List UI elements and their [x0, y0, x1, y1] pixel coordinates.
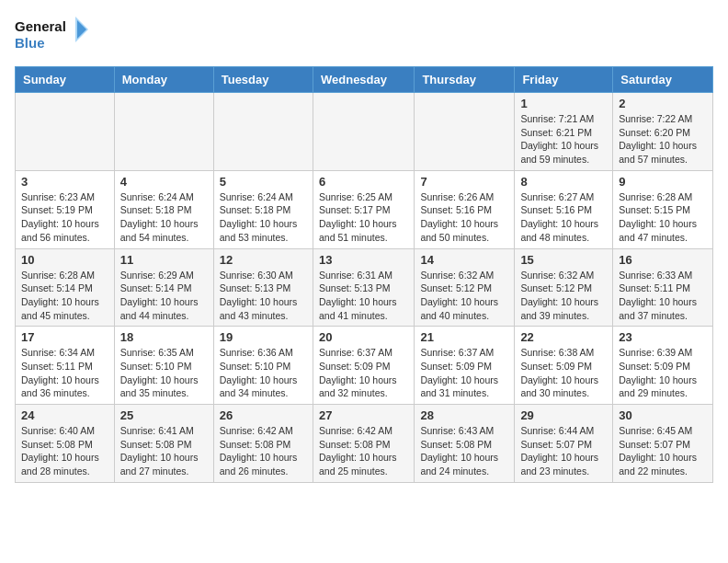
- day-cell: 4Sunrise: 6:24 AM Sunset: 5:18 PM Daylig…: [114, 170, 213, 248]
- day-info: Sunrise: 6:40 AM Sunset: 5:08 PM Dayligh…: [21, 424, 108, 478]
- day-number: 24: [21, 408, 108, 422]
- day-number: 20: [319, 330, 408, 344]
- weekday-header-tuesday: Tuesday: [213, 67, 313, 93]
- weekday-header-saturday: Saturday: [613, 67, 713, 93]
- logo: General Blue: [15, 15, 88, 55]
- day-info: Sunrise: 6:27 AM Sunset: 5:16 PM Dayligh…: [520, 190, 607, 245]
- day-cell: 23Sunrise: 6:39 AM Sunset: 5:09 PM Dayli…: [613, 327, 713, 405]
- day-number: 3: [21, 175, 108, 189]
- day-cell: 17Sunrise: 6:34 AM Sunset: 5:11 PM Dayli…: [16, 327, 115, 405]
- day-cell: 16Sunrise: 6:33 AM Sunset: 5:11 PM Dayli…: [613, 248, 713, 327]
- day-cell: 7Sunrise: 6:26 AM Sunset: 5:16 PM Daylig…: [415, 170, 515, 248]
- day-cell: 25Sunrise: 6:41 AM Sunset: 5:08 PM Dayli…: [114, 405, 213, 483]
- day-cell: 24Sunrise: 6:40 AM Sunset: 5:08 PM Dayli…: [16, 405, 115, 483]
- day-cell: 6Sunrise: 6:25 AM Sunset: 5:17 PM Daylig…: [313, 170, 414, 248]
- svg-text:Blue: Blue: [15, 35, 45, 51]
- weekday-header-friday: Friday: [515, 67, 613, 93]
- day-cell: 2Sunrise: 7:22 AM Sunset: 6:20 PM Daylig…: [613, 93, 713, 171]
- day-info: Sunrise: 6:24 AM Sunset: 5:18 PM Dayligh…: [220, 190, 307, 245]
- day-info: Sunrise: 6:42 AM Sunset: 5:08 PM Dayligh…: [220, 424, 307, 478]
- day-info: Sunrise: 6:44 AM Sunset: 5:07 PM Dayligh…: [520, 424, 607, 478]
- weekday-header-row: SundayMondayTuesdayWednesdayThursdayFrid…: [16, 67, 713, 93]
- day-cell: 30Sunrise: 6:45 AM Sunset: 5:07 PM Dayli…: [613, 405, 713, 483]
- day-info: Sunrise: 6:37 AM Sunset: 5:09 PM Dayligh…: [420, 346, 508, 400]
- day-number: 9: [619, 175, 707, 189]
- day-number: 15: [520, 253, 607, 267]
- day-info: Sunrise: 6:41 AM Sunset: 5:08 PM Dayligh…: [120, 424, 208, 478]
- day-number: 18: [120, 330, 208, 344]
- day-number: 23: [619, 330, 707, 344]
- day-info: Sunrise: 6:35 AM Sunset: 5:10 PM Dayligh…: [120, 346, 208, 400]
- svg-marker-3: [75, 17, 88, 42]
- day-cell: 15Sunrise: 6:32 AM Sunset: 5:12 PM Dayli…: [515, 248, 613, 327]
- day-info: Sunrise: 6:26 AM Sunset: 5:16 PM Dayligh…: [420, 190, 508, 245]
- day-info: Sunrise: 6:28 AM Sunset: 5:14 PM Dayligh…: [21, 269, 108, 323]
- day-cell: [415, 93, 515, 171]
- day-cell: 13Sunrise: 6:31 AM Sunset: 5:13 PM Dayli…: [313, 248, 414, 327]
- day-number: 10: [21, 253, 108, 267]
- svg-text:General: General: [15, 18, 66, 34]
- week-row-3: 10Sunrise: 6:28 AM Sunset: 5:14 PM Dayli…: [16, 248, 713, 327]
- day-cell: 12Sunrise: 6:30 AM Sunset: 5:13 PM Dayli…: [213, 248, 313, 327]
- day-info: Sunrise: 6:36 AM Sunset: 5:10 PM Dayligh…: [220, 346, 307, 400]
- day-number: 21: [420, 330, 508, 344]
- day-cell: 10Sunrise: 6:28 AM Sunset: 5:14 PM Dayli…: [16, 248, 115, 327]
- weekday-header-monday: Monday: [114, 67, 213, 93]
- day-info: Sunrise: 6:34 AM Sunset: 5:11 PM Dayligh…: [21, 346, 108, 400]
- day-info: Sunrise: 6:43 AM Sunset: 5:08 PM Dayligh…: [420, 424, 508, 478]
- day-cell: 18Sunrise: 6:35 AM Sunset: 5:10 PM Dayli…: [114, 327, 213, 405]
- day-cell: 22Sunrise: 6:38 AM Sunset: 5:09 PM Dayli…: [515, 327, 613, 405]
- day-cell: 5Sunrise: 6:24 AM Sunset: 5:18 PM Daylig…: [213, 170, 313, 248]
- day-number: 5: [220, 175, 307, 189]
- week-row-4: 17Sunrise: 6:34 AM Sunset: 5:11 PM Dayli…: [16, 327, 713, 405]
- day-cell: 21Sunrise: 6:37 AM Sunset: 5:09 PM Dayli…: [415, 327, 515, 405]
- day-cell: 9Sunrise: 6:28 AM Sunset: 5:15 PM Daylig…: [613, 170, 713, 248]
- day-info: Sunrise: 6:28 AM Sunset: 5:15 PM Dayligh…: [619, 190, 707, 245]
- day-cell: 14Sunrise: 6:32 AM Sunset: 5:12 PM Dayli…: [415, 248, 515, 327]
- logo-svg: General Blue: [15, 15, 88, 55]
- day-number: 28: [420, 408, 508, 422]
- day-number: 12: [220, 253, 307, 267]
- day-number: 4: [120, 175, 208, 189]
- week-row-5: 24Sunrise: 6:40 AM Sunset: 5:08 PM Dayli…: [16, 405, 713, 483]
- day-cell: [213, 93, 313, 171]
- day-cell: 27Sunrise: 6:42 AM Sunset: 5:08 PM Dayli…: [313, 405, 414, 483]
- day-number: 29: [520, 408, 607, 422]
- day-number: 14: [420, 253, 508, 267]
- day-number: 7: [420, 175, 508, 189]
- day-cell: 28Sunrise: 6:43 AM Sunset: 5:08 PM Dayli…: [415, 405, 515, 483]
- day-number: 13: [319, 253, 408, 267]
- day-number: 30: [619, 408, 707, 422]
- day-info: Sunrise: 6:30 AM Sunset: 5:13 PM Dayligh…: [220, 269, 307, 323]
- day-cell: [313, 93, 414, 171]
- day-info: Sunrise: 6:37 AM Sunset: 5:09 PM Dayligh…: [319, 346, 408, 400]
- weekday-header-wednesday: Wednesday: [313, 67, 414, 93]
- day-cell: 8Sunrise: 6:27 AM Sunset: 5:16 PM Daylig…: [515, 170, 613, 248]
- day-number: 17: [21, 330, 108, 344]
- day-info: Sunrise: 6:31 AM Sunset: 5:13 PM Dayligh…: [319, 269, 408, 323]
- day-number: 11: [120, 253, 208, 267]
- day-info: Sunrise: 6:33 AM Sunset: 5:11 PM Dayligh…: [619, 269, 707, 323]
- day-info: Sunrise: 6:38 AM Sunset: 5:09 PM Dayligh…: [520, 346, 607, 400]
- day-info: Sunrise: 6:25 AM Sunset: 5:17 PM Dayligh…: [319, 190, 408, 245]
- day-cell: [114, 93, 213, 171]
- day-info: Sunrise: 6:32 AM Sunset: 5:12 PM Dayligh…: [520, 269, 607, 323]
- day-number: 16: [619, 253, 707, 267]
- day-cell: 29Sunrise: 6:44 AM Sunset: 5:07 PM Dayli…: [515, 405, 613, 483]
- day-number: 19: [220, 330, 307, 344]
- day-number: 6: [319, 175, 408, 189]
- day-info: Sunrise: 6:42 AM Sunset: 5:08 PM Dayligh…: [319, 424, 408, 478]
- day-cell: 20Sunrise: 6:37 AM Sunset: 5:09 PM Dayli…: [313, 327, 414, 405]
- page-header: General Blue: [15, 15, 713, 55]
- week-row-1: 1Sunrise: 7:21 AM Sunset: 6:21 PM Daylig…: [16, 93, 713, 171]
- calendar-table: SundayMondayTuesdayWednesdayThursdayFrid…: [15, 66, 713, 483]
- day-number: 1: [520, 97, 607, 110]
- day-cell: 1Sunrise: 7:21 AM Sunset: 6:21 PM Daylig…: [515, 93, 613, 171]
- day-cell: [16, 93, 115, 171]
- day-cell: 26Sunrise: 6:42 AM Sunset: 5:08 PM Dayli…: [213, 405, 313, 483]
- day-info: Sunrise: 6:24 AM Sunset: 5:18 PM Dayligh…: [120, 190, 208, 245]
- day-number: 22: [520, 330, 607, 344]
- weekday-header-sunday: Sunday: [16, 67, 115, 93]
- week-row-2: 3Sunrise: 6:23 AM Sunset: 5:19 PM Daylig…: [16, 170, 713, 248]
- day-info: Sunrise: 6:29 AM Sunset: 5:14 PM Dayligh…: [120, 269, 208, 323]
